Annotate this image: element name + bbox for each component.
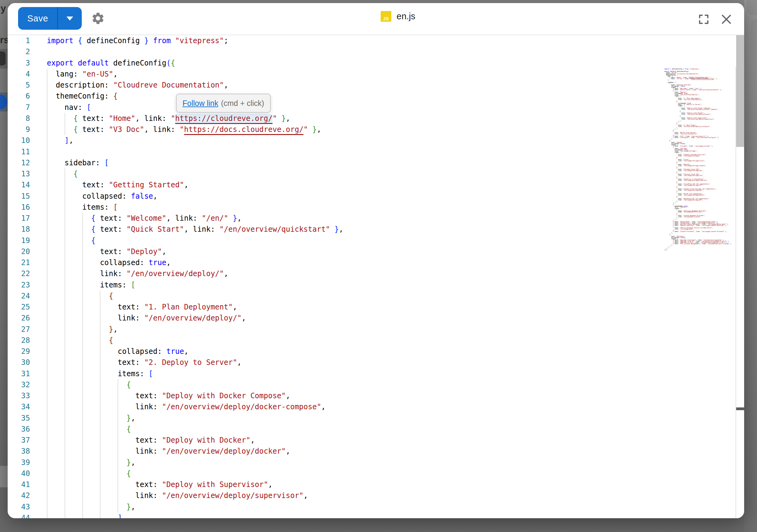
indent-guide [65, 413, 65, 424]
indent-guide [47, 280, 47, 290]
code-link[interactable]: https://docs.cloudreve.org/ [691, 78, 714, 80]
indent-guide [65, 268, 65, 279]
indent-guide [82, 379, 83, 390]
save-button[interactable]: Save [18, 7, 82, 30]
line-number: 40 [8, 468, 30, 479]
line-number: 15 [8, 191, 30, 202]
indent-guide [47, 102, 47, 113]
indent-guide [47, 146, 47, 157]
indent-guide [82, 390, 83, 401]
indent-guide [47, 379, 47, 390]
indent-guide [65, 224, 65, 235]
chevron-down-icon [67, 16, 73, 20]
indent-guide [118, 446, 118, 457]
code-line: 27 }, [8, 324, 744, 335]
indent-guide [47, 446, 47, 457]
indent-guide [65, 124, 65, 135]
indent-guide [47, 168, 47, 179]
indent-guide [100, 302, 101, 312]
code-line: 41 text: "Deploy with Supervisor", [8, 479, 744, 490]
indent-guide [82, 368, 83, 379]
indent-guide [47, 124, 47, 135]
code-line: 31 items: [ [8, 368, 744, 379]
indent-guide [118, 479, 118, 490]
code-editor[interactable]: 1import { defineConfig } from "vitepress… [8, 35, 744, 518]
code-line: 23 items: [ [8, 280, 744, 290]
indent-guide [82, 401, 83, 412]
line-number: 44 [8, 513, 30, 518]
line-number: 39 [8, 457, 30, 468]
line-number: 20 [8, 246, 30, 257]
indent-guide [47, 324, 47, 335]
indent-guide [118, 390, 118, 401]
indent-guide [100, 468, 101, 479]
indent-guide [118, 501, 118, 513]
code-line: 2 [8, 46, 744, 57]
file-name-title: en.js [397, 11, 415, 21]
line-number: 24 [8, 290, 30, 302]
line-number: 4 [8, 69, 30, 79]
indent-guide [65, 490, 65, 501]
line-number: 30 [8, 357, 30, 368]
save-dropdown-button[interactable] [58, 7, 82, 30]
line-number: 18 [8, 224, 30, 235]
line-number: 17 [8, 213, 30, 224]
follow-link-action[interactable]: Follow link [183, 99, 218, 108]
indent-guide [47, 202, 47, 213]
fullscreen-icon[interactable] [698, 13, 710, 25]
settings-gear-icon[interactable] [91, 11, 105, 25]
indent-guide [118, 435, 118, 446]
indent-guide [82, 290, 83, 302]
indent-guide [65, 179, 65, 191]
editor-header: Save JS en.js [8, 3, 744, 35]
indent-guide [65, 479, 65, 490]
code-line: 28 { [8, 335, 744, 346]
indent-guide [65, 368, 65, 379]
indent-guide [100, 312, 101, 324]
code-line: 20 text: "Deploy", [8, 246, 744, 257]
indent-guide [100, 346, 101, 357]
code-link[interactable]: https://cloudreve.org/ [175, 114, 273, 124]
indent-guide [47, 79, 47, 91]
indent-guide [100, 324, 101, 335]
indent-guide [47, 257, 47, 268]
minimap-content: import { defineConfig } from "vitepress"… [664, 68, 735, 250]
code-line: 32 { [8, 379, 744, 390]
code-line: 17 { text: "Welcome", link: "/en/" }, [8, 213, 744, 224]
indent-guide [82, 302, 83, 312]
close-icon[interactable] [720, 13, 733, 26]
indent-guide [65, 335, 65, 346]
line-number: 31 [8, 368, 30, 379]
code-line: 40 { [8, 468, 744, 479]
line-number: 43 [8, 501, 30, 513]
scrollbar-slider[interactable] [736, 35, 744, 147]
indent-guide [82, 246, 83, 257]
indent-guide [65, 435, 65, 446]
indent-guide [82, 413, 83, 424]
code-line: 33 text: "Deploy with Docker Compose", [8, 390, 744, 401]
line-number: 5 [8, 79, 30, 91]
code-link[interactable]: https://docs.cloudreve.org/ [184, 125, 303, 135]
code-line: 25 text: "1. Plan Deployment", [8, 302, 744, 312]
indent-guide [118, 401, 118, 412]
line-number: 14 [8, 179, 30, 191]
indent-guide [82, 457, 83, 468]
backdrop-row-fragment [0, 466, 8, 487]
indent-guide [47, 513, 47, 518]
indent-guide [47, 457, 47, 468]
indent-guide [100, 390, 101, 401]
indent-guide [47, 357, 47, 368]
indent-guide [100, 501, 101, 513]
indent-guide [118, 413, 118, 424]
indent-guide [100, 424, 101, 435]
code-line: 3export default defineConfig({ [8, 58, 744, 69]
line-number: 25 [8, 302, 30, 312]
minimap[interactable]: import { defineConfig } from "vitepress"… [664, 68, 735, 518]
indent-guide [82, 324, 83, 335]
indent-guide [47, 224, 47, 235]
line-number: 8 [8, 113, 30, 124]
indent-guide [100, 446, 101, 457]
line-number: 38 [8, 446, 30, 457]
code-line: 19 { [8, 235, 744, 246]
indent-guide [47, 312, 47, 324]
